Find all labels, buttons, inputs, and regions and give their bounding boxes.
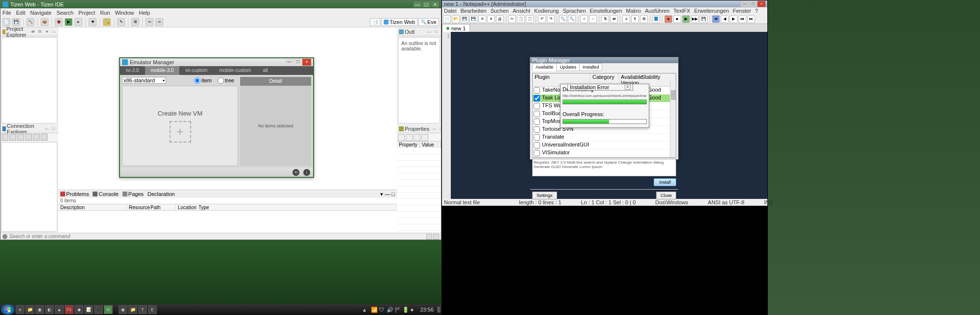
open-perspective-button[interactable]: 📑 <box>370 18 380 26</box>
menu-sprachen[interactable]: Sprachen <box>563 8 586 14</box>
minimize-button[interactable]: — <box>285 59 294 66</box>
save-icon[interactable]: 💾 <box>12 18 20 26</box>
taskbar-running-emulator[interactable]: E <box>148 305 157 314</box>
maximize-view-icon[interactable]: □ <box>433 29 439 35</box>
tray-icon[interactable]: ● <box>410 307 416 313</box>
tray-sound-icon[interactable]: 🔊 <box>387 307 392 313</box>
tab-all[interactable]: all <box>257 66 273 75</box>
install-button[interactable]: Install <box>654 178 676 186</box>
save-macro-icon[interactable]: 💾 <box>700 15 708 23</box>
new-icon[interactable]: 📄 <box>2 18 10 26</box>
menu-ausfuehren[interactable]: Ausführen <box>645 8 669 14</box>
tab-ivi-custom[interactable]: ivi-custom <box>179 66 213 75</box>
menu-help[interactable]: ? <box>755 8 758 14</box>
taskbar-running-tizen[interactable]: T <box>138 305 147 314</box>
scrollbar[interactable] <box>670 80 676 157</box>
show-desktop-button[interactable] <box>438 307 441 313</box>
forward-icon[interactable]: ⇨ <box>155 18 163 26</box>
start-button[interactable] <box>1 305 15 315</box>
menu-fenster[interactable]: Fenster <box>733 8 751 14</box>
zoom-out-icon[interactable]: − <box>589 15 597 23</box>
tray-power-icon[interactable]: 🔋 <box>402 307 408 313</box>
taskbar-chrome-icon[interactable]: ◉ <box>35 305 44 314</box>
tab-updates[interactable]: Updates <box>556 63 580 71</box>
maximize-view-icon[interactable]: □ <box>392 191 395 197</box>
menu-help[interactable]: Help <box>139 10 150 16</box>
refresh-icon[interactable] <box>17 134 24 141</box>
compare-first-icon[interactable]: ⏮ <box>738 15 746 23</box>
plugin-manager-titlebar[interactable]: Plugin Manager <box>530 57 678 63</box>
minimize-view-icon[interactable]: — <box>51 29 57 35</box>
minimize-button[interactable]: — <box>741 1 749 7</box>
file-tab-new1[interactable]: new 1 <box>442 24 470 32</box>
declaration-tab[interactable]: Declaration <box>147 191 175 197</box>
taskbar-explorer-icon[interactable]: 📁 <box>25 305 34 314</box>
minimize-button[interactable]: — <box>414 1 421 7</box>
collapse-all-icon[interactable]: ⊟ <box>37 29 43 35</box>
outline-tab[interactable]: Outl <box>399 29 415 35</box>
plugin-row[interactable]: UniversalIndentGUI <box>533 142 676 149</box>
problems-list[interactable] <box>58 211 397 233</box>
toggle-icon[interactable]: ⊞ <box>131 18 139 26</box>
info-icon[interactable]: i <box>303 169 310 176</box>
minimize-view-icon[interactable]: — <box>44 126 49 132</box>
print-icon[interactable]: 🖨 <box>496 15 504 23</box>
minimize-view-icon[interactable]: — <box>431 126 437 132</box>
find-icon[interactable]: 🔍 <box>559 15 567 23</box>
link-editor-icon[interactable]: ⇄ <box>30 29 36 35</box>
package-icon[interactable]: 📦 <box>41 18 49 26</box>
search-icon[interactable]: 🔍 <box>103 18 111 26</box>
view-item-radio[interactable]: item <box>194 77 212 84</box>
hammer-icon[interactable]: 🔨 <box>26 18 34 26</box>
close-icon[interactable]: ✕ <box>478 15 486 23</box>
highlight-icon[interactable]: ✎ <box>117 18 125 26</box>
console-tab[interactable]: Console <box>93 191 118 197</box>
clock[interactable]: 23:56 <box>418 307 436 313</box>
view-menu-icon[interactable]: ▾ <box>44 29 50 35</box>
menu-bearbeiten[interactable]: Bearbeiten <box>461 8 487 14</box>
close-all-icon[interactable]: ✕ <box>487 15 495 23</box>
plugin-checkbox[interactable] <box>534 87 540 94</box>
plugin-checkbox[interactable] <box>534 142 540 148</box>
all-chars-icon[interactable]: ¶ <box>631 15 639 23</box>
paste-icon[interactable]: 📋 <box>526 15 534 23</box>
taskbar-vlc-icon[interactable]: ▲ <box>55 305 64 314</box>
taskbar-steam-icon[interactable]: ◐ <box>45 305 54 314</box>
fast-macro-icon[interactable]: ▶▶ <box>691 15 699 23</box>
menu-suchen[interactable]: Suchen <box>490 8 509 14</box>
categories-icon[interactable] <box>406 134 413 141</box>
new-class-icon[interactable]: ✚ <box>89 18 97 26</box>
menu-ansicht[interactable]: Ansicht <box>513 8 530 14</box>
menu-file[interactable]: File <box>2 10 11 16</box>
wrap-icon[interactable]: ↲ <box>622 15 630 23</box>
sync-h-icon[interactable]: ⇄ <box>610 15 618 23</box>
close-button[interactable]: × <box>758 1 765 7</box>
plugin-row[interactable]: VISimulator <box>533 149 676 157</box>
save-all-icon[interactable]: 💾 <box>469 15 477 23</box>
property-col[interactable]: Property <box>397 142 420 148</box>
compare-next-icon[interactable]: ▶ <box>730 15 737 23</box>
run-last-icon[interactable]: ▸ <box>74 18 82 26</box>
pages-tab[interactable]: Pages <box>122 191 144 197</box>
taskbar-notes-icon[interactable]: 📝 <box>84 305 93 314</box>
maximize-button[interactable]: □ <box>422 1 430 7</box>
compare-prev-icon[interactable]: ◀ <box>721 15 729 23</box>
properties-table[interactable] <box>397 148 441 233</box>
taskbar-app-icon[interactable]: ◆ <box>74 305 83 314</box>
close-button[interactable]: × <box>625 85 631 90</box>
view-menu-icon[interactable]: ▾ <box>380 191 383 197</box>
taskbar-notepadpp-icon[interactable]: N <box>104 305 113 314</box>
open-file-icon[interactable]: 📂 <box>452 15 460 23</box>
close-button[interactable]: Close <box>656 192 676 199</box>
npp-titlebar[interactable]: new 1 - Notepad++ [Administrator] — □ × <box>442 0 767 7</box>
menu-kodierung[interactable]: Kodierung <box>534 8 559 14</box>
compare-last-icon[interactable]: ⏭ <box>747 15 755 23</box>
plugin-checkbox[interactable] <box>534 119 540 125</box>
plugin-checkbox[interactable] <box>534 126 540 133</box>
value-col[interactable]: Value <box>420 142 441 148</box>
plugin-checkbox[interactable] <box>534 95 540 101</box>
menu-run[interactable]: Run <box>100 10 110 16</box>
back-icon[interactable]: ⇦ <box>146 18 153 26</box>
tray-flag-icon[interactable]: 🏴 <box>394 307 400 313</box>
menu-navigate[interactable]: Navigate <box>30 10 51 16</box>
